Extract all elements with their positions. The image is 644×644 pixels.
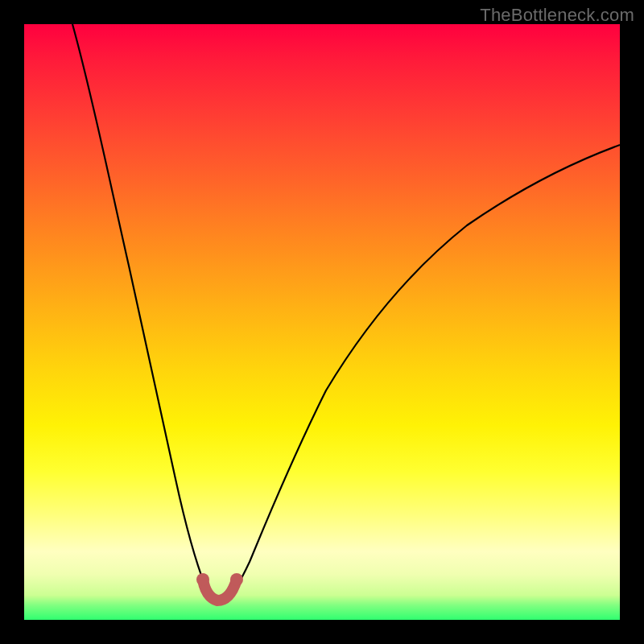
optimum-marker-endcap-right — [230, 573, 243, 586]
watermark-text: TheBottleneck.com — [480, 5, 634, 26]
curve-overlay — [24, 24, 620, 620]
optimum-marker-endcap-left — [196, 573, 209, 586]
bottleneck-curve-right — [225, 145, 620, 599]
bottleneck-curve-left — [72, 24, 217, 599]
